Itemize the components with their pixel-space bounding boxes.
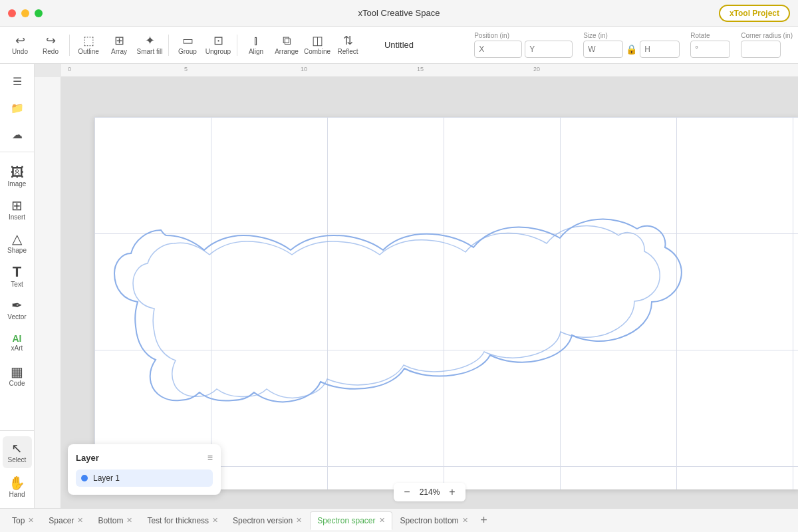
code-label: Code xyxy=(9,380,25,387)
size-group: Size (in) 🔒 xyxy=(583,32,680,58)
sidebar-item-hand[interactable]: ✋ Hand xyxy=(3,471,32,503)
minimize-window-btn[interactable] xyxy=(21,9,29,17)
layer-panel-header: Layer ≡ xyxy=(76,452,213,463)
titlebar: xTool Creative Space xTool Project xyxy=(0,0,798,27)
sidebar-item-vector[interactable]: ✒ Vector xyxy=(3,293,32,325)
sidebar-nav-top: ☰ 📁 ☁ xyxy=(0,69,34,152)
corner-radius-group: Corner radius (in) xyxy=(741,32,793,58)
tab-spectron-version[interactable]: Spectron version ✕ xyxy=(226,511,309,530)
tab-spectron-bottom-close[interactable]: ✕ xyxy=(462,517,468,524)
rotate-input[interactable] xyxy=(690,41,730,58)
ungroup-label: Ungroup xyxy=(205,48,231,55)
outline-label: Outline xyxy=(78,48,99,55)
sidebar-item-code[interactable]: ▦ Code xyxy=(3,360,32,392)
tab-spectron-version-label: Spectron version xyxy=(233,516,293,525)
tab-test-close[interactable]: ✕ xyxy=(212,517,218,524)
xtool-project-button[interactable]: xTool Project xyxy=(719,5,790,22)
combine-button[interactable]: ◫ Combine xyxy=(303,29,332,61)
toolbar-sep-2 xyxy=(168,35,169,56)
ungroup-icon: ⊡ xyxy=(213,35,223,47)
align-icon: ⫿ xyxy=(253,35,259,47)
close-window-btn[interactable] xyxy=(8,9,16,17)
sidebar-menu-btn[interactable]: ☰ xyxy=(5,69,29,93)
smart-fill-label: Smart fill xyxy=(137,48,163,55)
tab-bottom-close[interactable]: ✕ xyxy=(126,517,132,524)
insert-icon: ⊞ xyxy=(11,199,23,212)
toolbar-fields: Position (in) Size (in) 🔒 Rotate Corner … xyxy=(474,32,793,58)
tab-test[interactable]: Test for thickness ✕ xyxy=(140,511,225,530)
position-group: Position (in) xyxy=(474,32,573,58)
arrange-button[interactable]: ⧉ Arrange xyxy=(272,29,301,61)
maximize-window-btn[interactable] xyxy=(35,9,43,17)
zoom-out-button[interactable]: − xyxy=(400,485,414,499)
array-icon: ⊞ xyxy=(114,35,124,47)
left-sidebar: ☰ 📁 ☁ 🖼 Image ⊞ Insert △ Shape T Text ✒ xyxy=(0,64,35,508)
array-button[interactable]: ⊞ Array xyxy=(104,29,134,61)
layer-item-1[interactable]: Layer 1 xyxy=(76,469,213,487)
zoom-in-button[interactable]: + xyxy=(446,485,459,499)
toolbar-sep-1 xyxy=(69,35,70,56)
redo-button[interactable]: ↪ Redo xyxy=(36,29,65,61)
combine-icon: ◫ xyxy=(312,35,323,47)
ungroup-button[interactable]: ⊡ Ungroup xyxy=(203,29,233,61)
tab-spectron-version-close[interactable]: ✕ xyxy=(296,517,302,524)
xart-icon: AI xyxy=(13,334,22,343)
position-x-input[interactable] xyxy=(474,41,522,58)
tab-add-button[interactable]: + xyxy=(476,513,492,529)
position-y-input[interactable] xyxy=(525,41,573,58)
tab-spectron-spacer-label: Spectron spacer xyxy=(317,516,375,525)
zoom-bar: − 214% + xyxy=(394,483,466,501)
ruler-tick-15: 15 xyxy=(417,66,424,72)
select-label: Select xyxy=(8,456,27,464)
canvas-content[interactable]: Layer ≡ Layer 1 − 214% + xyxy=(61,77,798,508)
size-w-input[interactable] xyxy=(583,41,623,58)
outline-button[interactable]: ⬚ Outline xyxy=(74,29,103,61)
zoom-value-display: 214% xyxy=(418,487,442,497)
sidebar-item-select[interactable]: ↖ Select xyxy=(3,436,32,468)
design-shape[interactable] xyxy=(108,190,779,403)
hand-icon: ✋ xyxy=(9,476,25,489)
size-inputs: 🔒 xyxy=(583,41,680,58)
undo-label: Undo xyxy=(12,48,28,55)
image-icon: 🖼 xyxy=(11,166,24,179)
align-button[interactable]: ⫿ Align xyxy=(241,29,271,61)
sidebar-cloud-btn[interactable]: ☁ xyxy=(5,122,29,146)
smart-fill-icon: ✦ xyxy=(145,35,155,47)
rotate-group: Rotate xyxy=(690,32,730,58)
sidebar-folder-btn[interactable]: 📁 xyxy=(5,96,29,120)
layer-name-1: Layer 1 xyxy=(93,473,120,483)
tab-spectron-bottom[interactable]: Spectron bottom ✕ xyxy=(394,511,475,530)
tab-spacer-label: Spacer xyxy=(49,516,74,525)
sidebar-item-shape[interactable]: △ Shape xyxy=(3,227,32,259)
tab-spacer[interactable]: Spacer ✕ xyxy=(42,511,90,530)
ruler-horizontal: 0 5 10 15 20 xyxy=(61,64,798,77)
tab-bottom[interactable]: Bottom ✕ xyxy=(91,511,139,530)
sidebar-item-image[interactable]: 🖼 Image xyxy=(3,160,32,192)
lock-icon: 🔒 xyxy=(626,41,637,58)
group-label: Group xyxy=(178,48,197,55)
tab-top-close[interactable]: ✕ xyxy=(28,517,34,524)
tab-spacer-close[interactable]: ✕ xyxy=(77,517,83,524)
corner-radius-input[interactable] xyxy=(741,41,781,58)
app-title: xTool Creative Space xyxy=(358,8,440,18)
sidebar-item-insert[interactable]: ⊞ Insert xyxy=(3,194,32,225)
combine-label: Combine xyxy=(304,48,331,55)
canvas-document[interactable] xyxy=(94,117,798,489)
undo-button[interactable]: ↩ Undo xyxy=(5,29,35,61)
sidebar-item-xart[interactable]: AI xArt xyxy=(3,327,32,358)
sidebar-item-text[interactable]: T Text xyxy=(3,260,32,292)
toolbar-sep-3 xyxy=(237,35,237,56)
reflect-button[interactable]: ⇅ Reflect xyxy=(333,29,362,61)
tab-spectron-spacer[interactable]: Spectron spacer ✕ xyxy=(310,511,392,530)
layer-settings-icon[interactable]: ≡ xyxy=(207,452,213,463)
align-label: Align xyxy=(249,48,263,55)
tab-spectron-spacer-close[interactable]: ✕ xyxy=(379,517,385,524)
text-label: Text xyxy=(11,281,23,288)
toolbar-actions: ↩ Undo ↪ Redo ⬚ Outline ⊞ Array ✦ Smart … xyxy=(5,29,362,61)
group-button[interactable]: ▭ Group xyxy=(173,29,202,61)
tab-top[interactable]: Top ✕ xyxy=(5,511,41,530)
size-h-input[interactable] xyxy=(640,41,680,58)
smart-fill-button[interactable]: ✦ Smart fill xyxy=(135,29,164,61)
tab-bar: Top ✕ Spacer ✕ Bottom ✕ Test for thickne… xyxy=(0,508,798,532)
canvas-area[interactable]: 0 5 10 15 20 Layer xyxy=(35,64,798,508)
